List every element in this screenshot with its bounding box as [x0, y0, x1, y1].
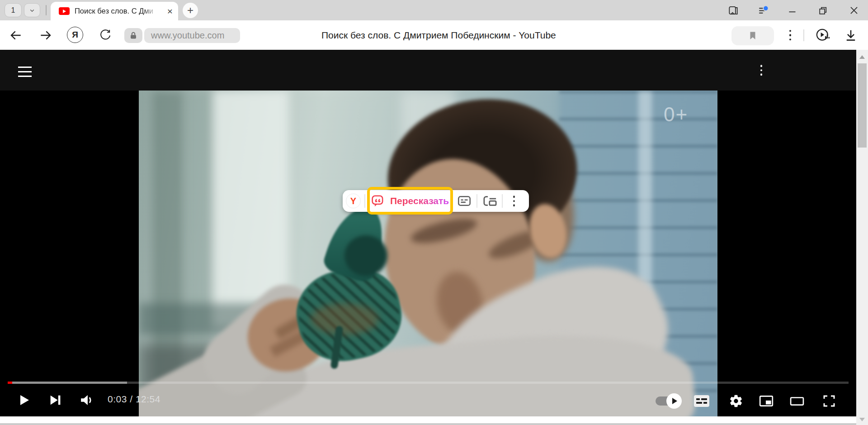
- chevron-down-icon: [28, 6, 36, 14]
- hamburger-icon: [18, 67, 32, 68]
- video-frame[interactable]: [139, 91, 717, 416]
- volume-button[interactable]: [78, 391, 96, 409]
- site-security-button[interactable]: [124, 28, 142, 43]
- scene-chameleon-head: [344, 235, 387, 276]
- progress-played: [8, 382, 12, 384]
- browser-profile-menu[interactable]: [756, 4, 770, 17]
- url-field[interactable]: www.youtube.com: [144, 28, 240, 43]
- tab-bar: 1 Поиск без слов. С Дми × +: [0, 0, 868, 20]
- page-title: Поиск без слов. С Дмитрием Побединским -…: [321, 30, 556, 41]
- autoplay-knob-icon: [666, 393, 682, 409]
- bookmark-button[interactable]: [731, 26, 774, 45]
- download-icon: [843, 28, 859, 43]
- fullscreen-button[interactable]: [821, 393, 837, 409]
- scrollbar-thumb[interactable]: [858, 63, 867, 148]
- reload-icon: [98, 29, 112, 42]
- tab-counter-value: 1: [11, 6, 15, 14]
- side-panel-button[interactable]: [726, 4, 740, 17]
- subtitles-icon: [457, 194, 472, 208]
- minimize-icon: [787, 5, 798, 16]
- menu-with-notification-icon: [757, 4, 769, 17]
- overlay-separator: [364, 194, 365, 208]
- yandex-search-button[interactable]: Я: [67, 27, 83, 43]
- restore-icon: [817, 5, 829, 16]
- play-circle-bars-icon: [814, 26, 832, 44]
- lock-icon: [128, 31, 138, 41]
- next-button[interactable]: [47, 392, 63, 408]
- volume-icon: [79, 392, 95, 408]
- overlay-separator: [476, 194, 477, 208]
- yandex-y-letter: Y: [350, 196, 356, 206]
- address-bar: Я www.youtube.com Поиск без слов. С Дмит…: [0, 20, 868, 50]
- play-button[interactable]: [16, 392, 32, 408]
- video-player: Y Пересказать: [0, 91, 868, 416]
- bookmark-icon: [747, 30, 758, 41]
- url-text: www.youtube.com: [151, 30, 224, 41]
- settings-button[interactable]: [728, 393, 744, 409]
- yandex-overlay-button[interactable]: Y: [346, 194, 361, 209]
- new-tab-button[interactable]: +: [183, 3, 198, 18]
- scroll-down-icon[interactable]: [859, 418, 865, 421]
- tab-close-icon[interactable]: ×: [167, 6, 173, 16]
- miniplayer-icon: [759, 394, 774, 408]
- progress-bar[interactable]: [8, 382, 849, 384]
- tab-title: Поиск без слов. С Дми: [75, 7, 158, 15]
- window-restore-button[interactable]: [816, 4, 830, 17]
- time-display: 0:03 / 12:54: [108, 394, 160, 405]
- scroll-up-icon[interactable]: [859, 55, 865, 59]
- tab-list-dropdown[interactable]: [24, 3, 40, 17]
- tab-counter[interactable]: 1: [5, 3, 22, 17]
- scrollbar[interactable]: [856, 50, 868, 425]
- reload-button[interactable]: [97, 29, 113, 42]
- fullscreen-icon: [822, 394, 836, 408]
- theater-mode-button[interactable]: [788, 393, 806, 409]
- window-minimize-button[interactable]: [786, 4, 799, 17]
- overlay-separator: [502, 194, 503, 208]
- video-translate-button[interactable]: [813, 26, 833, 44]
- downloads-button[interactable]: [841, 28, 861, 43]
- window-close-button[interactable]: [847, 4, 861, 17]
- page-bottom-strip: [0, 416, 868, 425]
- scene-building-column: [184, 91, 211, 380]
- picture-in-picture-icon: [482, 194, 498, 208]
- browser-window: 1 Поиск без слов. С Дми × +: [0, 0, 868, 425]
- yandex-letter: Я: [72, 30, 78, 40]
- youtube-favicon-icon: [59, 7, 70, 15]
- forward-arrow-icon: [38, 28, 53, 43]
- forward-button[interactable]: [38, 28, 53, 43]
- theater-icon: [789, 394, 805, 408]
- active-tab[interactable]: Поиск без слов. С Дми ×: [51, 2, 178, 20]
- miniplayer-button[interactable]: [758, 393, 774, 409]
- tabbar-separator: [46, 5, 47, 15]
- overlay-subtitles-button[interactable]: [457, 194, 472, 208]
- back-button[interactable]: [8, 28, 24, 43]
- close-icon: [848, 5, 860, 16]
- guide-menu-button[interactable]: [18, 67, 32, 80]
- back-arrow-icon: [9, 28, 23, 43]
- autoplay-toggle[interactable]: [656, 396, 680, 406]
- bookmarks-panel-icon: [727, 5, 739, 16]
- tutorial-highlight-box: [367, 187, 453, 215]
- youtube-masthead: YouTube RU: [0, 50, 868, 91]
- scene-chameleon-speckles: [311, 303, 378, 335]
- gear-icon: [729, 394, 743, 408]
- youtube-more-menu[interactable]: [757, 65, 766, 76]
- next-icon: [48, 393, 62, 407]
- age-rating-badge: 0+: [664, 103, 688, 126]
- progress-buffered: [8, 382, 127, 384]
- captions-button[interactable]: [694, 395, 709, 407]
- addressbar-separator: [803, 29, 804, 41]
- browser-more-menu[interactable]: [786, 30, 795, 41]
- overlay-more-menu[interactable]: [508, 196, 520, 206]
- overlay-pip-button[interactable]: [482, 194, 498, 208]
- play-icon: [17, 393, 31, 407]
